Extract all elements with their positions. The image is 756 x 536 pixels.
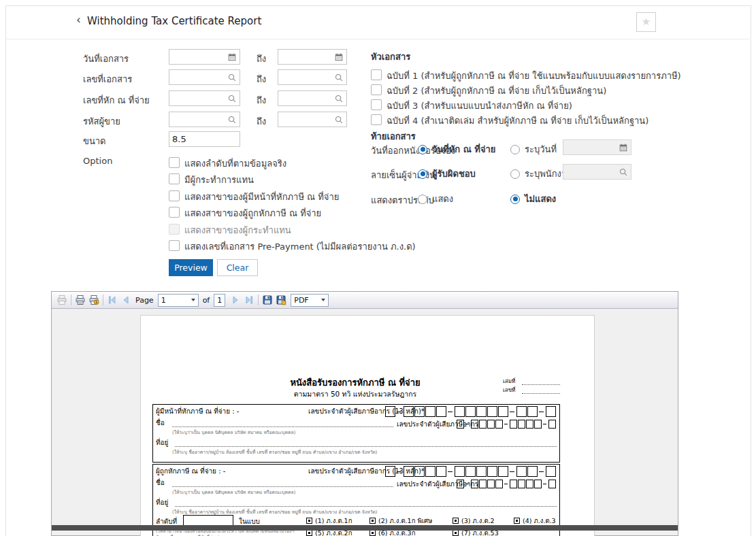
size-input[interactable]: 8.5 (169, 131, 240, 147)
copy-option-label: ฉบับที่ 3 (สำหรับแนบแบบนำส่งภาษีหัก ณ ที… (387, 99, 572, 113)
to-label: ถึง (257, 72, 266, 86)
search-icon (334, 73, 344, 82)
option-show-payee-branch[interactable]: แสดงสาขาของผู้ถูกหักภาษี ณ ที่จ่าย (169, 206, 321, 220)
form-type-label: (1) ภ.ง.ด.1ก (315, 516, 352, 526)
stamp-hide-radio[interactable]: ไม่แสดง (510, 192, 556, 206)
toolbar-separator (103, 295, 103, 305)
certificate-date-wht-radio[interactable]: วันที่หัก ณ ที่จ่าย (418, 142, 495, 156)
checkbox-icon (169, 224, 180, 235)
doc-header-section-title: หัวเอกสาร (371, 50, 410, 64)
checkbox-icon (169, 157, 180, 168)
export-format-select[interactable]: PDF (291, 294, 329, 307)
form-type-pnd3: (4) ภ.ง.ด.3 (514, 516, 556, 526)
page-select[interactable]: 1 (158, 294, 199, 307)
form-checkbox-icon (453, 530, 459, 536)
vendor-code-to-input[interactable] (278, 112, 347, 127)
wht-no-from-input[interactable] (169, 90, 240, 106)
radio-label: ระบุวันที่ (525, 142, 557, 156)
form-checkbox-icon (306, 530, 312, 536)
doc-footer-section-title: ท้ายเอกสาร (371, 129, 416, 144)
checkbox-icon (371, 114, 382, 125)
form-type-label: (3) ภ.ง.ด.2 (461, 516, 495, 526)
radio-icon (418, 169, 427, 179)
address-label: ที่อยู่ (156, 437, 168, 448)
payer-section: ผู้มีหน้าที่หักภาษี ณ ที่จ่าย : - เลขประ… (152, 404, 560, 463)
name-line (172, 486, 393, 487)
page-title: Withholding Tax Certificate Report (87, 15, 261, 27)
to-label: ถึง (257, 52, 266, 66)
name-line (172, 426, 393, 427)
size-value: 8.5 (172, 134, 237, 144)
horizontal-scrollbar[interactable] (52, 525, 678, 531)
print-icon[interactable] (73, 293, 87, 307)
form-checkbox-icon (453, 518, 459, 524)
radio-label: ผู้รับผิดชอบ (432, 167, 476, 181)
radio-icon (510, 169, 520, 179)
search-icon (334, 115, 344, 124)
withholding-tax-report-page: ‹ Withholding Tax Certificate Report ★ ว… (0, 0, 756, 536)
option-label-text: แสดงสาขาของผู้ถูกหักภาษี ณ ที่จ่าย (184, 206, 321, 220)
of-label: of (203, 296, 210, 305)
clear-button[interactable]: Clear (217, 259, 258, 276)
report-title: หนังสือรับรองการหักภาษี ณ ที่จ่าย (257, 375, 454, 390)
tax-id13-boxes (384, 406, 556, 417)
next-page-button[interactable] (229, 293, 242, 307)
option-has-representative[interactable]: มีผู้กระทำการแทน (169, 173, 254, 187)
radio-icon (510, 195, 520, 204)
copy-4-option[interactable]: ฉบับที่ 4 (สำเนาติดเล่ม สำหรับผู้หักภาษี… (371, 114, 648, 128)
copy-option-label: ฉบับที่ 2 (สำหรับผู้ถูกหักภาษี ณ ที่จ่าย… (387, 84, 606, 98)
option-show-payer-branch[interactable]: แสดงสาขาของผู้มีหน้าที่หักภาษี ณ ที่จ่าย (169, 190, 339, 204)
checkbox-icon (169, 190, 180, 201)
document-no-to-input[interactable] (278, 69, 347, 85)
document-date-label: วันที่เอกสาร (83, 52, 129, 66)
export-format-value: PDF (294, 296, 308, 305)
favorite-button[interactable]: ★ (636, 12, 656, 32)
checkbox-icon (169, 173, 180, 184)
radio-icon (510, 145, 520, 154)
signature-responsible-radio[interactable]: ผู้รับผิดชอบ (418, 167, 476, 181)
search-icon (334, 94, 344, 103)
last-page-button[interactable] (242, 293, 256, 307)
document-date-from-input[interactable] (169, 49, 240, 65)
option-label-text: มีผู้กระทำการแทน (184, 173, 254, 187)
report-subtitle: ตามมาตรา 50 ทวิ แห่งประมวลรัษฎากร (257, 388, 454, 400)
option-show-sequence[interactable]: แสดงลำดับที่ตามข้อมูลจริง (169, 156, 286, 171)
tax-id13-boxes (384, 466, 556, 477)
wht-no-to-input[interactable] (278, 90, 347, 106)
vendor-code-label: รหัสผู้ขาย (83, 114, 120, 129)
form-checkbox-icon (306, 518, 312, 524)
toolbar-separator (258, 295, 259, 305)
document-no-from-input[interactable] (169, 69, 240, 85)
copy-1-option[interactable]: ฉบับที่ 1 (สำหรับผู้ถูกหักภาษี ณ ที่จ่าย… (371, 69, 681, 83)
address-line (175, 446, 557, 447)
copy-3-option[interactable]: ฉบับที่ 3 (สำหรับแนบแบบนำส่งภาษีหัก ณ ที… (371, 99, 572, 113)
checkbox-icon (371, 84, 382, 95)
preview-button[interactable]: Preview (169, 259, 213, 276)
certificate-date-input (563, 139, 631, 155)
signature-employee-input (563, 164, 631, 180)
prev-page-button[interactable] (119, 293, 133, 307)
back-icon[interactable]: ‹ (76, 14, 81, 26)
sequence-note-line2: กับแบบยื่นรายการภาษีหักที่จ่าย) (156, 533, 219, 536)
vendor-code-from-input[interactable] (169, 112, 240, 127)
search-icon (227, 94, 237, 103)
certificate-date-specify-radio[interactable]: ระบุวันที่ (510, 142, 557, 156)
checkbox-icon (371, 69, 382, 80)
doc-no-line (522, 392, 560, 394)
save-icon[interactable] (261, 293, 274, 307)
print-current-page-icon[interactable] (87, 293, 101, 307)
first-page-button[interactable] (105, 293, 119, 307)
option-show-prepayment-no[interactable]: แสดงเลขที่เอกสาร Pre-Payment (ไม่มีผลต่อ… (169, 239, 416, 254)
radio-label: ไม่แสดง (525, 192, 556, 206)
checkbox-icon (169, 240, 180, 251)
export-icon[interactable] (274, 293, 288, 307)
checkbox-icon (169, 207, 180, 218)
payer-heading: ผู้มีหน้าที่หักภาษี ณ ที่จ่าย : - (156, 406, 239, 416)
copy-2-option[interactable]: ฉบับที่ 2 (สำหรับผู้ถูกหักภาษี ณ ที่จ่าย… (371, 84, 606, 98)
address-note: (ให้ระบุ ชื่ออาคาร/หมู่บ้าน ห้องเลขที่ ช… (172, 448, 378, 456)
document-date-to-input[interactable] (278, 49, 347, 65)
stamp-show-radio[interactable]: แสดง (418, 192, 453, 206)
report-page: หนังสือรับรองการหักภาษี ณ ที่จ่าย ตามมาต… (140, 315, 595, 536)
form-checkbox-icon (369, 518, 376, 524)
name-note: (ให้ระบุว่าเป็น บุคคล นิติบุคคล บริษัท ส… (172, 429, 295, 436)
